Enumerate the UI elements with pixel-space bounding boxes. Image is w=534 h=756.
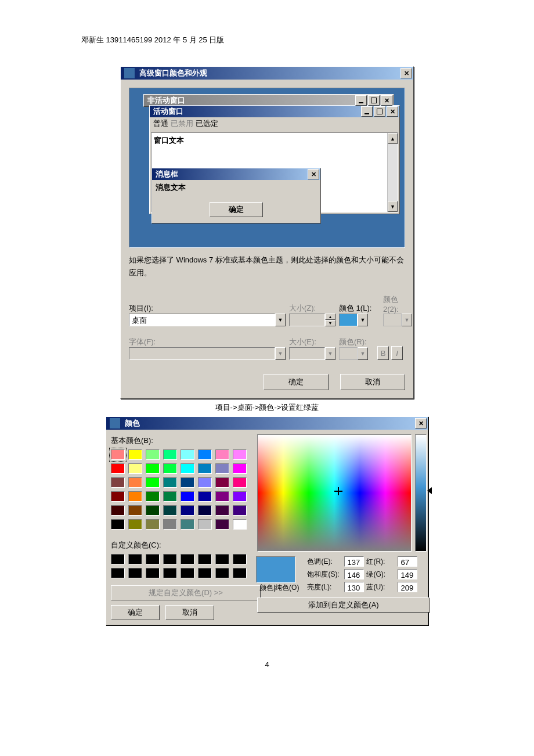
title-bar[interactable]: 高级窗口颜色和外观 ✕ bbox=[121, 67, 413, 80]
basic-color-swatch[interactable] bbox=[128, 477, 142, 488]
basic-color-swatch[interactable] bbox=[111, 463, 125, 474]
basic-colors-grid[interactable] bbox=[111, 449, 256, 530]
basic-color-swatch[interactable] bbox=[111, 477, 125, 488]
item-combo[interactable]: 桌面 bbox=[129, 314, 275, 326]
custom-color-swatch[interactable] bbox=[215, 568, 229, 578]
custom-color-swatch[interactable] bbox=[128, 568, 142, 578]
custom-color-swatch[interactable] bbox=[198, 554, 212, 564]
ok-button[interactable]: 确定 bbox=[264, 374, 329, 390]
color1-picker[interactable]: ▼ bbox=[339, 314, 380, 326]
basic-color-swatch[interactable] bbox=[198, 463, 212, 474]
cancel-button[interactable]: 取消 bbox=[165, 605, 214, 620]
basic-color-swatch[interactable] bbox=[111, 449, 125, 460]
custom-color-swatch[interactable] bbox=[146, 554, 160, 564]
custom-color-swatch[interactable] bbox=[233, 554, 247, 564]
maximize-icon[interactable] bbox=[374, 106, 385, 117]
basic-color-swatch[interactable] bbox=[215, 491, 229, 502]
green-input[interactable]: 149 bbox=[398, 569, 417, 579]
menu-selected[interactable]: 已选定 bbox=[196, 118, 218, 131]
cancel-button[interactable]: 取消 bbox=[340, 374, 405, 390]
scroll-up-icon[interactable]: ▲ bbox=[388, 133, 398, 144]
luminance-bar[interactable] bbox=[415, 434, 427, 552]
msgbox-ok-button[interactable]: 确定 bbox=[210, 202, 263, 217]
red-input[interactable]: 67 bbox=[398, 556, 417, 567]
basic-color-swatch[interactable] bbox=[215, 519, 229, 530]
basic-color-swatch[interactable] bbox=[146, 449, 160, 460]
basic-color-swatch[interactable] bbox=[198, 491, 212, 502]
sat-input[interactable]: 146 bbox=[344, 569, 364, 579]
basic-color-swatch[interactable] bbox=[163, 477, 177, 488]
custom-color-swatch[interactable] bbox=[181, 554, 194, 564]
basic-color-swatch[interactable] bbox=[146, 477, 160, 488]
basic-color-swatch[interactable] bbox=[163, 505, 177, 516]
basic-color-swatch[interactable] bbox=[198, 477, 212, 488]
custom-color-swatch[interactable] bbox=[163, 568, 177, 578]
basic-color-swatch[interactable] bbox=[233, 449, 247, 460]
custom-color-swatch[interactable] bbox=[163, 554, 177, 564]
custom-color-swatch[interactable] bbox=[198, 568, 212, 578]
custom-color-swatch[interactable] bbox=[111, 554, 125, 564]
basic-color-swatch[interactable] bbox=[163, 449, 177, 460]
basic-color-swatch[interactable] bbox=[111, 519, 125, 530]
basic-color-swatch[interactable] bbox=[181, 449, 194, 460]
custom-color-swatch[interactable] bbox=[181, 568, 194, 578]
basic-color-swatch[interactable] bbox=[146, 505, 160, 516]
basic-color-swatch[interactable] bbox=[146, 463, 160, 474]
close-icon[interactable]: ✕ bbox=[308, 169, 319, 179]
basic-color-swatch[interactable] bbox=[181, 491, 194, 502]
basic-color-swatch[interactable] bbox=[198, 519, 212, 530]
basic-color-swatch[interactable] bbox=[163, 463, 177, 474]
hue-input[interactable]: 137 bbox=[344, 556, 364, 567]
basic-color-swatch[interactable] bbox=[215, 463, 229, 474]
custom-color-swatch[interactable] bbox=[233, 568, 247, 578]
close-icon[interactable]: ✕ bbox=[387, 106, 398, 117]
basic-color-swatch[interactable] bbox=[111, 505, 125, 516]
basic-color-swatch[interactable] bbox=[128, 491, 142, 502]
basic-color-swatch[interactable] bbox=[233, 519, 247, 530]
basic-color-swatch[interactable] bbox=[128, 519, 142, 530]
custom-colors-grid[interactable] bbox=[111, 554, 256, 578]
basic-color-swatch[interactable] bbox=[128, 463, 142, 474]
basic-color-swatch[interactable] bbox=[146, 519, 160, 530]
basic-color-swatch[interactable] bbox=[181, 477, 194, 488]
basic-color-swatch[interactable] bbox=[233, 463, 247, 474]
basic-color-swatch[interactable] bbox=[181, 463, 194, 474]
lum-input[interactable]: 130 bbox=[344, 582, 364, 592]
menu-normal[interactable]: 普通 bbox=[153, 118, 168, 131]
chevron-down-icon[interactable]: ▼ bbox=[358, 314, 368, 326]
basic-color-swatch[interactable] bbox=[215, 449, 229, 460]
basic-color-swatch[interactable] bbox=[128, 505, 142, 516]
basic-color-swatch[interactable] bbox=[163, 491, 177, 502]
chevron-down-icon[interactable]: ▼ bbox=[275, 314, 286, 326]
custom-color-swatch[interactable] bbox=[146, 568, 160, 578]
basic-color-swatch[interactable] bbox=[233, 477, 247, 488]
basic-color-swatch[interactable] bbox=[146, 491, 160, 502]
custom-color-swatch[interactable] bbox=[111, 568, 125, 578]
blue-input[interactable]: 209 bbox=[398, 582, 417, 592]
basic-color-swatch[interactable] bbox=[111, 491, 125, 502]
add-to-custom-button[interactable]: 添加到自定义颜色(A) bbox=[257, 597, 430, 613]
scroll-down-icon[interactable]: ▼ bbox=[388, 201, 398, 212]
close-icon[interactable]: ✕ bbox=[415, 418, 427, 429]
custom-color-swatch[interactable] bbox=[215, 554, 229, 564]
basic-color-swatch[interactable] bbox=[181, 519, 194, 530]
basic-color-swatch[interactable] bbox=[198, 505, 212, 516]
basic-color-swatch[interactable] bbox=[233, 505, 247, 516]
scrollbar[interactable]: ▲ ▼ bbox=[387, 133, 398, 212]
minimize-icon[interactable] bbox=[355, 95, 367, 106]
basic-color-swatch[interactable] bbox=[198, 449, 212, 460]
basic-color-swatch[interactable] bbox=[233, 491, 247, 502]
maximize-icon[interactable] bbox=[368, 95, 380, 106]
title-bar[interactable]: 颜色 ✕ bbox=[106, 417, 428, 430]
close-icon[interactable]: ✕ bbox=[381, 95, 392, 106]
color-spectrum[interactable] bbox=[257, 434, 412, 552]
minimize-icon[interactable] bbox=[361, 106, 373, 117]
close-icon[interactable]: ✕ bbox=[400, 68, 412, 78]
basic-color-swatch[interactable] bbox=[215, 477, 229, 488]
basic-color-swatch[interactable] bbox=[181, 505, 194, 516]
ok-button[interactable]: 确定 bbox=[111, 605, 160, 620]
basic-color-swatch[interactable] bbox=[215, 505, 229, 516]
basic-color-swatch[interactable] bbox=[163, 519, 177, 530]
custom-color-swatch[interactable] bbox=[128, 554, 142, 564]
basic-color-swatch[interactable] bbox=[128, 449, 142, 460]
